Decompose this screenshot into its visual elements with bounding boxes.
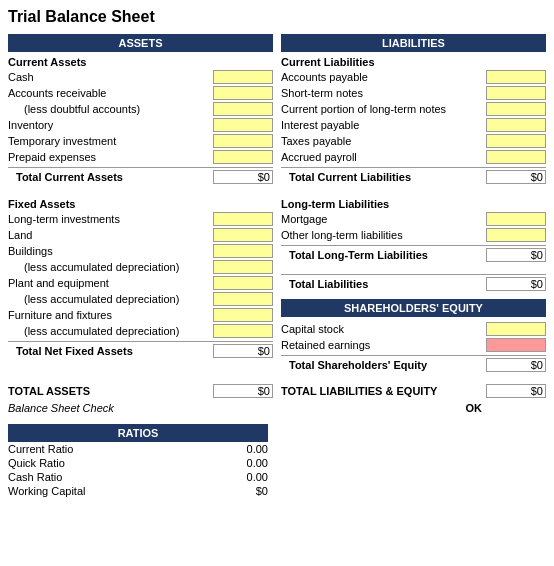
ratio-value: $0 — [228, 485, 268, 497]
accounts-payable-input[interactable] — [486, 70, 546, 84]
row-label: Mortgage — [281, 213, 486, 225]
total-longterm-liabilities-row: Total Long-Term Liabilities $0 — [281, 245, 546, 264]
long-term-investments-input[interactable] — [213, 212, 273, 226]
row-label: Retained earnings — [281, 339, 486, 351]
temporary-investment-input[interactable] — [213, 134, 273, 148]
balance-check-value: OK — [466, 402, 547, 414]
retained-earnings-input[interactable] — [486, 338, 546, 352]
total-current-liabilities-row: Total Current Liabilities $0 — [281, 167, 546, 186]
row-label: Other long-term liabilities — [281, 229, 486, 241]
total-assets-label: TOTAL ASSETS — [8, 385, 209, 397]
row-label: Buildings — [8, 245, 213, 257]
list-item: (less accumulated depreciation) — [8, 259, 273, 275]
ratio-label: Current Ratio — [8, 443, 73, 455]
interest-payable-input[interactable] — [486, 118, 546, 132]
buildings-depreciation-input[interactable] — [213, 260, 273, 274]
total-shareholders-equity-row: Total Shareholders' Equity $0 — [281, 355, 546, 374]
accounts-receivable-input[interactable] — [213, 86, 273, 100]
row-label: Cash — [8, 71, 213, 83]
total-current-assets-label: Total Current Assets — [8, 171, 213, 183]
furniture-depreciation-input[interactable] — [213, 324, 273, 338]
list-item: Taxes payable — [281, 133, 546, 149]
ratio-label: Working Capital — [8, 485, 85, 497]
ratio-label: Quick Ratio — [8, 457, 65, 469]
assets-column: ASSETS Current Assets Cash Accounts rece… — [8, 34, 273, 374]
list-item: Quick Ratio 0.00 — [8, 456, 268, 470]
ratio-value: 0.00 — [228, 443, 268, 455]
list-item: Cash Ratio 0.00 — [8, 470, 268, 484]
total-assets-value: $0 — [213, 384, 273, 398]
balance-check-row: Balance Sheet Check OK — [8, 402, 546, 414]
list-item: Accounts receivable — [8, 85, 273, 101]
total-current-assets-value: $0 — [213, 170, 273, 184]
buildings-input[interactable] — [213, 244, 273, 258]
row-label: Current portion of long-term notes — [281, 103, 486, 115]
doubtful-accounts-input[interactable] — [213, 102, 273, 116]
fixed-assets-title: Fixed Assets — [8, 198, 273, 210]
row-label: Inventory — [8, 119, 213, 131]
mortgage-input[interactable] — [486, 212, 546, 226]
capital-stock-input[interactable] — [486, 322, 546, 336]
list-item: Interest payable — [281, 117, 546, 133]
total-current-liabilities-label: Total Current Liabilities — [281, 171, 486, 183]
plant-depreciation-input[interactable] — [213, 292, 273, 306]
list-item: (less doubtful accounts) — [8, 101, 273, 117]
total-fixed-assets-label: Total Net Fixed Assets — [8, 345, 213, 357]
total-liabilities-value: $0 — [486, 277, 546, 291]
total-shareholders-equity-value: $0 — [486, 358, 546, 372]
total-longterm-liabilities-label: Total Long-Term Liabilities — [281, 249, 486, 261]
list-item: Mortgage — [281, 211, 546, 227]
accrued-payroll-input[interactable] — [486, 150, 546, 164]
page-title: Trial Balance Sheet — [8, 8, 546, 26]
row-label: (less accumulated depreciation) — [8, 293, 213, 305]
furniture-input[interactable] — [213, 308, 273, 322]
taxes-payable-input[interactable] — [486, 134, 546, 148]
longterm-liabilities-title: Long-term Liabilities — [281, 198, 546, 210]
other-longterm-input[interactable] — [486, 228, 546, 242]
list-item: Capital stock — [281, 321, 546, 337]
row-label: Prepaid expenses — [8, 151, 213, 163]
row-label: Accrued payroll — [281, 151, 486, 163]
total-shareholders-equity-label: Total Shareholders' Equity — [281, 359, 486, 371]
list-item: Land — [8, 227, 273, 243]
row-label: Accounts payable — [281, 71, 486, 83]
list-item: Furniture and fixtures — [8, 307, 273, 323]
list-item: Temporary investment — [8, 133, 273, 149]
balance-check-label: Balance Sheet Check — [8, 402, 114, 414]
list-item: Current Ratio 0.00 — [8, 442, 268, 456]
total-liabilities-label: Total Liabilities — [281, 278, 486, 290]
row-label: Capital stock — [281, 323, 486, 335]
prepaid-expenses-input[interactable] — [213, 150, 273, 164]
total-current-assets-row: Total Current Assets $0 — [8, 167, 273, 186]
total-fixed-assets-row: Total Net Fixed Assets $0 — [8, 341, 273, 360]
list-item: (less accumulated depreciation) — [8, 291, 273, 307]
liabilities-column: LIABILITIES Current Liabilities Accounts… — [281, 34, 546, 374]
row-label: Plant and equipment — [8, 277, 213, 289]
plant-equipment-input[interactable] — [213, 276, 273, 290]
cash-input[interactable] — [213, 70, 273, 84]
total-liabilities-equity-section: TOTAL LIABILITIES & EQUITY $0 — [281, 384, 546, 398]
current-assets-title: Current Assets — [8, 56, 273, 68]
current-longterm-notes-input[interactable] — [486, 102, 546, 116]
land-input[interactable] — [213, 228, 273, 242]
ratios-header: RATIOS — [8, 424, 268, 442]
inventory-input[interactable] — [213, 118, 273, 132]
total-current-liabilities-value: $0 — [486, 170, 546, 184]
list-item: Short-term notes — [281, 85, 546, 101]
row-label: Interest payable — [281, 119, 486, 131]
list-item: Current portion of long-term notes — [281, 101, 546, 117]
list-item: (less accumulated depreciation) — [8, 323, 273, 339]
list-item: Cash — [8, 69, 273, 85]
row-label: (less accumulated depreciation) — [8, 325, 213, 337]
row-label: Furniture and fixtures — [8, 309, 213, 321]
short-term-notes-input[interactable] — [486, 86, 546, 100]
row-label: Short-term notes — [281, 87, 486, 99]
total-liabilities-equity-value: $0 — [486, 384, 546, 398]
total-liabilities-row: Total Liabilities $0 — [281, 274, 546, 293]
list-item: Accounts payable — [281, 69, 546, 85]
ratio-value: 0.00 — [228, 457, 268, 469]
list-item: Other long-term liabilities — [281, 227, 546, 243]
list-item: Plant and equipment — [8, 275, 273, 291]
ratio-value: 0.00 — [228, 471, 268, 483]
row-label: (less accumulated depreciation) — [8, 261, 213, 273]
